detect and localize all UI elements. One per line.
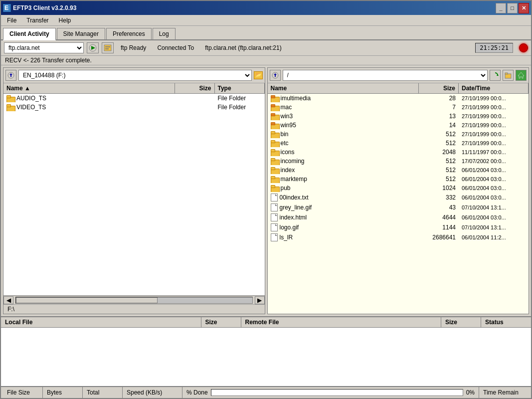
folder-icon <box>271 158 279 165</box>
folder-icon <box>271 95 279 102</box>
menu-file[interactable]: File <box>3 16 20 25</box>
local-path-select[interactable]: EN_104488 (F:) <box>18 70 252 81</box>
file-icon <box>271 194 278 201</box>
svg-rect-15 <box>505 73 508 74</box>
remote-file-row[interactable]: win95 14 27/10/1999 00:0... <box>268 121 529 130</box>
bottombar-progress: % Done 0% <box>182 387 479 398</box>
folder-icon <box>271 167 279 174</box>
folder-icon <box>6 95 14 102</box>
titlebar-left: E EFTP3 Client v3.2.0.93 <box>3 4 76 12</box>
bottombar: File Size Bytes Total Speed (KB/s) % Don… <box>1 386 531 398</box>
hscroll-right-btn[interactable]: ▶ <box>255 296 265 304</box>
remote-home-btn[interactable] <box>516 70 527 81</box>
menubar: File Transfer Help <box>1 15 531 26</box>
progress-bar <box>211 389 463 396</box>
bottombar-total: Total <box>83 387 123 398</box>
status-led <box>519 43 528 52</box>
remote-path-select[interactable]: / <box>283 70 488 81</box>
maximize-button[interactable]: □ <box>507 3 518 13</box>
folder-icon <box>6 104 14 111</box>
remote-file-list-header: Name Size Date/Time <box>268 83 529 94</box>
folder-icon <box>271 149 279 156</box>
remote-header-size[interactable]: Size <box>419 83 459 93</box>
remote-file-row[interactable]: incoming 512 17/07/2002 00:0... <box>268 157 529 166</box>
menu-help[interactable]: Help <box>55 16 75 25</box>
window-title: EFTP3 Client v3.2.0.93 <box>13 4 76 11</box>
remote-file-row[interactable]: marktemp 512 06/01/2004 03:0... <box>268 175 529 184</box>
titlebar: E EFTP3 Client v3.2.0.93 _ □ ✕ <box>1 1 531 15</box>
tabbar: Client Activity Site Manager Preferences… <box>1 26 531 40</box>
local-header-size[interactable]: Size <box>175 83 215 93</box>
local-header-name[interactable]: Name ▲ <box>3 83 175 93</box>
remote-file-row[interactable]: index.html 4644 06/01/2004 03:0... <box>268 212 529 222</box>
tab-site-manager[interactable]: Site Manager <box>57 28 105 39</box>
remote-panel: / Name Size Date/Time <box>267 67 530 314</box>
local-hscroll[interactable]: ◀ ▶ <box>3 295 265 304</box>
remote-file-list[interactable]: Name Size Date/Time imultimedia 28 27/10… <box>268 83 529 314</box>
status-message: RECV <- 226 Transfer complete. <box>1 56 531 65</box>
bottombar-speed: Speed (KB/s) <box>123 387 182 398</box>
file-icon <box>271 203 278 211</box>
local-file-list-header: Name ▲ Size Type <box>3 83 265 94</box>
remote-file-row[interactable]: icons 2048 11/11/1997 00:0... <box>268 148 529 157</box>
minimize-button[interactable]: _ <box>496 3 506 13</box>
svg-rect-4 <box>104 45 111 51</box>
folder-icon <box>271 185 279 192</box>
remote-file-row[interactable]: grey_line.gif 43 07/10/2004 13:1... <box>268 202 529 212</box>
hscroll-left-btn[interactable]: ◀ <box>3 296 13 304</box>
connect-button[interactable] <box>87 42 99 53</box>
remote-folder-btn[interactable] <box>503 70 514 81</box>
folder-icon <box>271 176 279 183</box>
folder-icon <box>271 104 279 111</box>
local-file-row[interactable]: VIDEO_TS File Folder <box>3 103 265 112</box>
site-manager-btn[interactable] <box>102 42 114 53</box>
connected-value: ftp.clara.net (ftp.clara.net:21) <box>201 43 285 52</box>
svg-text:E: E <box>4 4 8 11</box>
hscroll-track <box>15 297 253 304</box>
remote-file-row[interactable]: pub 1024 06/01/2004 03:0... <box>268 184 529 193</box>
remote-file-row[interactable]: index 512 06/01/2004 03:0... <box>268 166 529 175</box>
tab-preferences[interactable]: Preferences <box>106 28 152 39</box>
main-content: EN_104488 (F:) 📂 Name ▲ Size Type AUDIO_… <box>1 65 531 316</box>
svg-marker-16 <box>518 72 524 78</box>
menu-transfer[interactable]: Transfer <box>22 16 52 25</box>
file-icon <box>271 233 278 241</box>
remote-up-button[interactable] <box>270 70 281 81</box>
remote-file-row[interactable]: etc 512 27/10/1999 00:0... <box>268 139 529 148</box>
server-select[interactable]: ftp.clara.net <box>4 42 84 53</box>
connection-time: 21:25:21 <box>475 43 513 53</box>
transfer-col-size: Size <box>201 317 241 327</box>
remote-header-date[interactable]: Date/Time <box>459 83 529 93</box>
local-file-list[interactable]: Name ▲ Size Type AUDIO_TS File Folder VI… <box>3 83 265 295</box>
remote-file-row[interactable]: win3 13 27/10/1999 00:0... <box>268 112 529 121</box>
close-button[interactable]: ✕ <box>519 3 529 13</box>
connection-toolbar: ftp.clara.net ftp Ready Connected To ftp… <box>1 40 531 56</box>
local-files-container: AUDIO_TS File Folder VIDEO_TS File Folde… <box>3 94 265 112</box>
remote-file-row[interactable]: 00index.txt 332 06/01/2004 03:0... <box>268 193 529 202</box>
tab-client-activity[interactable]: Client Activity <box>3 28 56 40</box>
local-up-button[interactable] <box>5 70 16 81</box>
local-folder-icon: 📂 <box>254 71 263 79</box>
local-file-row[interactable]: AUDIO_TS File Folder <box>3 94 265 103</box>
remote-file-row[interactable]: imultimedia 28 27/10/1999 00:0... <box>268 94 529 103</box>
connected-label: Connected To <box>153 43 198 52</box>
svg-rect-6 <box>105 48 109 49</box>
folder-icon <box>271 122 279 129</box>
folder-icon <box>271 131 279 138</box>
hscroll-thumb <box>16 297 158 303</box>
remote-refresh-btn[interactable] <box>490 70 501 81</box>
remote-header-name[interactable]: Name <box>268 83 419 93</box>
transfer-section: Local File Size Remote File Size Status <box>1 316 531 386</box>
status-text: ftp Ready <box>117 43 150 52</box>
bottombar-timeremain: Time Remain <box>479 387 529 398</box>
tab-log[interactable]: Log <box>153 28 176 39</box>
remote-file-row[interactable]: bin 512 27/10/1999 00:0... <box>268 130 529 139</box>
titlebar-buttons: _ □ ✕ <box>496 3 529 13</box>
local-header-type[interactable]: Type <box>215 83 265 93</box>
remote-file-row[interactable]: logo.gif 1144 07/10/2004 13:1... <box>268 222 529 232</box>
local-panel: EN_104488 (F:) 📂 Name ▲ Size Type AUDIO_… <box>3 67 265 314</box>
remote-file-row[interactable]: ls_lR 2686641 06/01/2004 11:2... <box>268 232 529 242</box>
svg-rect-5 <box>105 46 110 47</box>
remote-file-row[interactable]: mac 7 27/10/1999 00:0... <box>268 103 529 112</box>
file-icon <box>271 223 278 231</box>
